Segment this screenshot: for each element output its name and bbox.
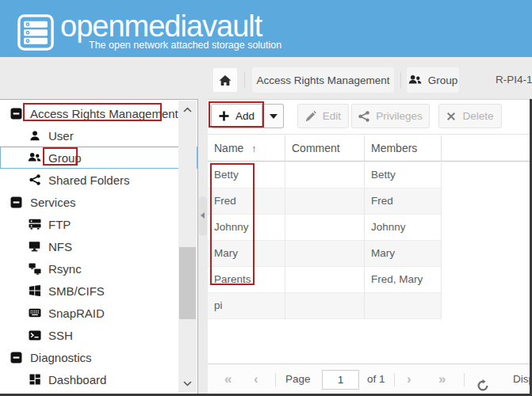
app-header: openmediavault The open network attached… <box>0 0 532 57</box>
privileges-button-label: Privileges <box>376 110 423 122</box>
user-icon <box>28 129 41 142</box>
brand-name: openmediavault <box>60 10 281 42</box>
table-row[interactable]: pi <box>208 293 442 319</box>
column-header-members[interactable]: Members <box>365 135 442 161</box>
sidebar-item-label: Services <box>30 196 76 209</box>
last-page-button[interactable]: » <box>438 364 446 394</box>
sidebar-item-label: Group <box>48 151 82 165</box>
delete-button-label: Delete <box>462 110 493 122</box>
pencil-icon <box>305 111 316 122</box>
collapse-minus-icon <box>10 107 23 120</box>
first-page-button[interactable]: « <box>224 364 232 394</box>
sidebar-item-label: Access Rights Management <box>30 107 178 120</box>
table-row[interactable]: JohnnyJohnny <box>208 215 442 241</box>
pagination-separator <box>275 373 276 386</box>
sidebar-scrollbar[interactable] <box>178 101 197 392</box>
sidebar-item-label: SSH <box>48 329 73 342</box>
sidebar-item-services[interactable]: Services <box>0 191 197 213</box>
breadcrumb-item-access-rights-management[interactable]: Access Rights Management <box>252 67 394 93</box>
table-cell: Fred, Mary <box>365 267 442 293</box>
windows-icon <box>28 284 41 297</box>
table-cell: Betty <box>208 162 285 188</box>
previous-page-button[interactable]: ‹ <box>254 364 258 394</box>
table-cell: pi <box>208 293 285 319</box>
sidebar-item-rsync[interactable]: Rsync <box>0 257 197 280</box>
collapse-minus-icon <box>10 351 23 364</box>
server-icon <box>28 218 41 230</box>
table-cell <box>365 293 442 319</box>
omv-admin-window: openmediavault The open network attached… <box>0 0 532 396</box>
refresh-button[interactable] <box>477 373 489 386</box>
splitter-collapse-icon <box>201 212 205 219</box>
users-icon <box>408 74 422 86</box>
page-count-label: of 1 <box>367 364 385 394</box>
table-body: BettyBettyFredFredJohnnyJohnnyMaryMaryPa… <box>208 162 442 319</box>
logo: openmediavault The open network attached… <box>17 10 281 51</box>
sidebar-item-nfs[interactable]: NFS <box>0 235 197 257</box>
table-cell: Mary <box>365 241 442 267</box>
sidebar-item-label: NFS <box>48 240 72 253</box>
scroll-up-icon[interactable] <box>178 103 197 116</box>
caret-down-icon <box>270 114 277 119</box>
sidebar-item-ftp[interactable]: FTP <box>0 213 197 235</box>
breadcrumb-separator <box>400 72 401 88</box>
sidebar-item-ssh[interactable]: SSH <box>0 324 197 346</box>
breadcrumb-label: Group <box>428 74 458 86</box>
add-dropdown-button[interactable] <box>262 104 284 128</box>
add-button[interactable]: Add <box>211 104 262 128</box>
delete-button[interactable]: Delete <box>438 104 502 128</box>
breadcrumb-item-group[interactable]: Group <box>407 67 459 93</box>
sidebar-item-label: User <box>48 129 74 143</box>
next-page-button[interactable]: › <box>407 364 411 394</box>
table-cell: Johnny <box>365 215 442 241</box>
displaying-label: Displaying <box>513 364 530 394</box>
table-row[interactable]: ParentsFred, Mary <box>208 267 442 293</box>
hostname-label: R-PI4-1 <box>496 67 532 93</box>
table-cell: Johnny <box>208 215 285 241</box>
table-row[interactable]: MaryMary <box>208 241 442 267</box>
x-icon <box>446 112 456 121</box>
privileges-button[interactable]: Privileges <box>351 104 430 128</box>
sidebar-item-snapraid[interactable]: SnapRAID <box>0 302 197 324</box>
sidebar-item-label: Shared Folders <box>48 173 130 187</box>
column-header-name[interactable]: Name↑ <box>208 135 285 161</box>
table-cell <box>285 162 365 188</box>
splitter-collapse-handle[interactable] <box>199 196 207 236</box>
table-cell <box>285 241 365 267</box>
scrollbar-thumb[interactable] <box>179 247 196 319</box>
sidebar-item-user[interactable]: User <box>0 124 197 147</box>
sidebar-item-dashboard[interactable]: Dashboard <box>0 368 197 390</box>
plus-icon <box>219 111 229 121</box>
sidebar-item-label: SMB/CIFS <box>48 284 105 298</box>
table-cell: Parents <box>208 267 285 293</box>
page-input[interactable] <box>322 370 359 390</box>
home-button[interactable] <box>212 67 238 93</box>
keyboard-icon <box>28 307 41 319</box>
scroll-down-icon[interactable] <box>178 377 197 390</box>
table-cell: Mary <box>208 241 285 267</box>
table-header: Name↑ Comment Members <box>208 135 530 162</box>
column-header-comment[interactable]: Comment <box>285 135 365 161</box>
sidebar-item-access-rights-management[interactable]: Access Rights Management <box>0 102 197 124</box>
sidebar-item-smb-cifs[interactable]: SMB/CIFS <box>0 280 197 302</box>
nas-server-icon <box>17 14 54 51</box>
pagination-separator <box>464 373 465 386</box>
table-row[interactable]: FredFred <box>208 188 442 215</box>
sidebar-item-shared-folders[interactable]: Shared Folders <box>0 169 197 191</box>
table-cell <box>285 293 365 319</box>
collapse-minus-icon <box>10 196 23 208</box>
dashboard-icon <box>28 373 41 386</box>
pagination-separator <box>394 373 395 386</box>
sidebar-item-diagnostics[interactable]: Diagnostics <box>0 346 197 368</box>
table-cell <box>285 267 365 293</box>
edit-button[interactable]: Edit <box>297 104 349 128</box>
terminal-icon <box>28 329 41 341</box>
table-cell: Betty <box>365 162 442 188</box>
share-icon <box>28 173 41 186</box>
panel-splitter[interactable] <box>198 99 208 394</box>
sidebar-item-group[interactable]: Group <box>0 147 197 169</box>
page-label: Page <box>285 364 311 394</box>
breadcrumb: Access Rights Management Group R-PI4-1 <box>0 57 532 99</box>
table-row[interactable]: BettyBetty <box>208 162 442 188</box>
share-icon <box>358 111 369 122</box>
